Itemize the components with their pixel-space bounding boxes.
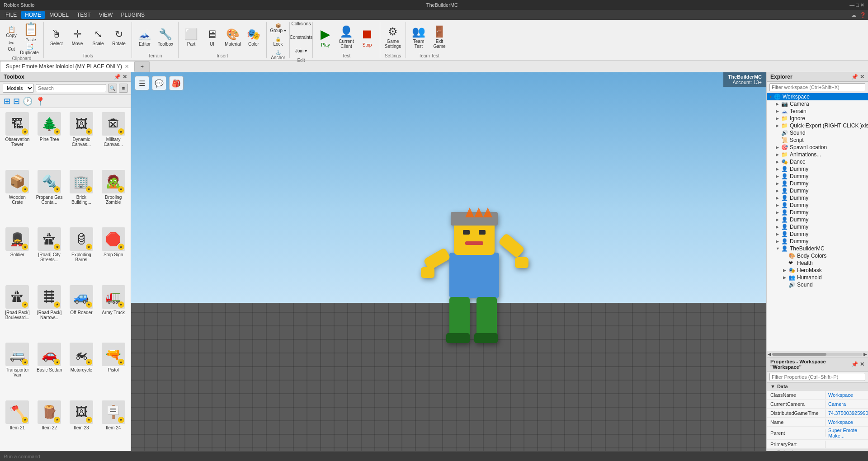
toolbox-search-input[interactable] (36, 84, 106, 92)
tab-new[interactable]: + (135, 61, 150, 72)
explorer-pin[interactable]: 📌 (851, 74, 858, 80)
tree-item[interactable]: ▶ 👤 Dummy (767, 173, 868, 180)
explorer-close[interactable]: ✕ (860, 74, 864, 80)
toolbox-item[interactable]: 🛑 ★ Stop Sign (98, 225, 129, 282)
list-view-button[interactable]: ⊟ (13, 96, 20, 106)
scale-button[interactable]: ⤡ Scale (88, 24, 108, 51)
menu-file[interactable]: FILE (2, 11, 20, 19)
copy-button[interactable]: 📋 Copy (3, 25, 20, 38)
toolbox-item[interactable]: 🏍 ★ Motorcycle (66, 340, 97, 397)
recent-button[interactable]: 🕐 (23, 96, 33, 106)
tree-item[interactable]: 🔊 Sound (767, 281, 868, 288)
group-button[interactable]: 📦 Group ▾ (269, 22, 287, 34)
tree-item[interactable]: ▶ 👤 Dummy (767, 216, 868, 223)
color-button[interactable]: 🎭 Color (244, 24, 264, 51)
tree-item[interactable]: ▶ 🗻 Terrain (767, 108, 868, 115)
tree-item[interactable]: ▶ 👤 Dummy (767, 230, 868, 238)
tree-item[interactable]: ▶ 👤 Dummy (767, 187, 868, 194)
tree-item[interactable]: ▶ 🎯 SpawnLocation (767, 144, 868, 151)
menu-view[interactable]: VIEW (95, 11, 117, 19)
scroll-right[interactable]: ▶ (863, 352, 867, 357)
toolbox-item[interactable]: 🚛 ★ Army Truck (98, 283, 129, 340)
tab-main-close[interactable]: ✕ (125, 64, 129, 70)
toolbox-item[interactable]: 💂 ★ Soldier (2, 225, 33, 282)
explorer-filter-input[interactable] (769, 83, 865, 91)
toolbox-item[interactable]: 🏚 ★ Military Canvas... (98, 110, 129, 167)
tree-item[interactable]: ▼ 👤 TheBuilderMC (767, 245, 868, 252)
tab-main[interactable]: Super Emote Maker lolololol (MY PLACE ON… (0, 61, 135, 72)
select-button[interactable]: 🖱 Select (47, 24, 66, 51)
toolbox-item[interactable]: 🪓 ★ Item 21 (2, 398, 33, 450)
editor-button[interactable]: 🗻 Editor (135, 24, 155, 51)
toolbox-item[interactable]: 🌲 ★ Pine Tree (34, 110, 65, 167)
toolbox-item[interactable]: 🔩 ★ Propane Gas Conta... (34, 168, 65, 225)
toolbox-item[interactable]: 🏢 ★ Brick Building... (66, 168, 97, 225)
duplicate-button[interactable]: 📑 Duplicate (21, 42, 38, 55)
toolbox-item[interactable]: 🛣 ★ [Road] City Streets... (34, 225, 65, 282)
chat-button[interactable]: 💬 (152, 76, 166, 90)
grid-view-button[interactable]: ⊞ (4, 96, 10, 106)
tree-item[interactable]: ▶ 📁 Animations... (767, 151, 868, 158)
tree-item[interactable]: ▶ 🎭 HeroMask (767, 267, 868, 274)
menu-test[interactable]: TEST (73, 11, 94, 19)
scroll-left[interactable]: ◀ (768, 352, 771, 357)
stop-button[interactable]: ⏹ Stop (357, 24, 377, 51)
toolbox-pin[interactable]: 📌 (114, 74, 121, 80)
exit-game-button[interactable]: 🚪 ExitGame (429, 24, 449, 51)
search-button[interactable]: 🔍 (108, 84, 117, 93)
command-input[interactable] (4, 454, 864, 459)
menu-home[interactable]: HOME (21, 11, 45, 19)
anchor-button[interactable]: ⚓ Anchor (269, 49, 287, 61)
toolbox-item[interactable]: 🪧 ★ Item 24 (98, 398, 129, 450)
hamburger-button[interactable]: ☰ (135, 76, 149, 90)
ui-button[interactable]: 🖥 UI (202, 24, 222, 51)
tree-item[interactable]: ▶ 👥 Humanoid (767, 274, 868, 281)
part-button[interactable]: ⬜ Part (181, 24, 201, 51)
model-type-select[interactable]: Models Audio Meshes Images (3, 84, 34, 93)
toolbox-item[interactable]: 🪵 ★ Item 22 (34, 398, 65, 450)
lock-button[interactable]: 🔒 Lock (269, 35, 287, 48)
tree-item[interactable]: ▶ 👤 Dummy (767, 165, 868, 173)
toolbox-item[interactable]: 🏗 ★ Observation Tower (2, 110, 33, 167)
toolbox-item[interactable]: 🧟 ★ Drooling Zombie (98, 168, 129, 225)
toolbox-item[interactable]: 🔫 ★ Pistol (98, 340, 129, 397)
move-button[interactable]: ✛ Move (67, 24, 87, 51)
current-client-button[interactable]: 👤 CurrentClient (336, 24, 356, 51)
tree-item[interactable]: 🔊 Sound (767, 129, 868, 136)
tree-item[interactable]: ▶ 📷 Camera (767, 100, 868, 108)
tree-item[interactable]: ▶ 🎭 Dance (767, 158, 868, 165)
toolbox-close[interactable]: ✕ (123, 74, 127, 80)
viewport[interactable]: TheBuilderMC Account: 13+ ☰ 💬 🎒 (131, 72, 766, 461)
tree-item[interactable]: ▶ 👤 Dummy (767, 202, 868, 209)
toolbox-item[interactable]: 🚗 ★ Basic Sedan (34, 340, 65, 397)
tree-item[interactable]: ▶ 📁 Ignore (767, 115, 868, 122)
properties-pin[interactable]: 📌 (851, 361, 858, 367)
toolbox-button[interactable]: 🔧 Toolbox (156, 24, 175, 51)
toolbox-item[interactable]: 🖼 ★ Item 23 (66, 398, 97, 450)
tree-item[interactable]: ▶ 👤 Dummy (767, 238, 868, 245)
toolbox-item[interactable]: 🚐 ★ Transporter Van (2, 340, 33, 397)
properties-close[interactable]: ✕ (860, 361, 864, 367)
menu-model[interactable]: MODEL (46, 11, 72, 19)
tree-item[interactable]: ▶ 📁 Quick-Export (RIGHT CLICK )xisix FIL… (767, 122, 868, 129)
toolbox-item[interactable]: 🛢 ★ Exploding Barrel (66, 225, 97, 282)
toolbox-item[interactable]: 📦 ★ Wooden Crate (2, 168, 33, 225)
toolbox-item[interactable]: 🚙 ★ Off-Roader (66, 283, 97, 340)
tree-item[interactable]: ▶ 👤 Dummy (767, 194, 868, 202)
collisions-button[interactable]: Collisions (292, 17, 310, 30)
backpack-button[interactable]: 🎒 (169, 76, 184, 90)
play-button[interactable]: ▶ Play (316, 24, 335, 51)
tree-item[interactable]: ▼ 🌐 Workspace (767, 93, 868, 100)
tree-item[interactable]: ❤ Health (767, 259, 868, 267)
properties-filter-input[interactable] (769, 373, 865, 381)
rotate-button[interactable]: ↻ Rotate (109, 24, 129, 51)
toolbox-item[interactable]: 🛣 ★ [Road Pack] Boulevard... (2, 283, 33, 340)
tree-item[interactable]: 🎨 Body Colors (767, 252, 868, 259)
filter-button[interactable]: ≡ (119, 84, 128, 93)
join-button[interactable]: Join ▾ (292, 44, 310, 57)
tree-item[interactable]: ▶ 👤 Dummy (767, 223, 868, 230)
game-settings-button[interactable]: ⚙ GameSettings (383, 24, 403, 51)
explorer-scrollbar[interactable]: ◀ ▶ (767, 351, 868, 357)
paste-button[interactable]: 📋 Paste (21, 22, 41, 42)
tree-item[interactable]: ▶ 👤 Dummy (767, 209, 868, 216)
